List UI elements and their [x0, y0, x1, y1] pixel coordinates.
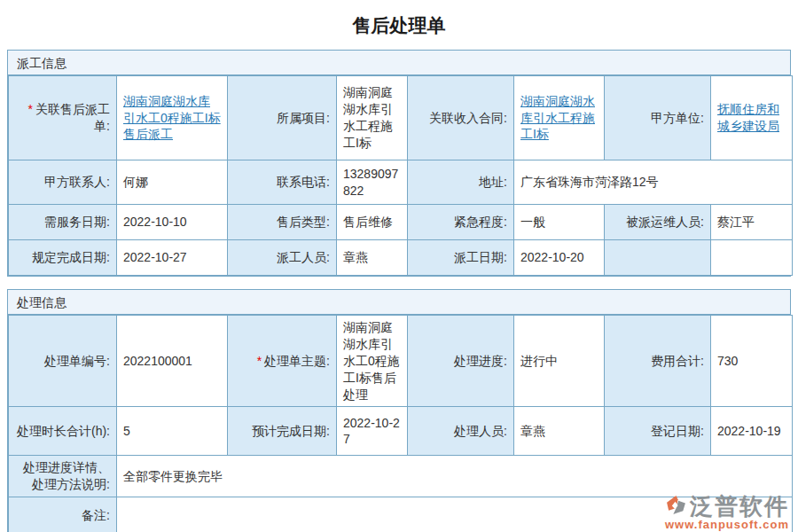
field-label: 需服务日期: [44, 215, 110, 229]
label-project: 所属项目: [228, 76, 337, 160]
table-row: *关联售后派工单: 湖南洞庭湖水库引水工0程施工I标售后派工 所属项目: 湖南洞… [9, 76, 793, 160]
dispatch-section-header: 派工信息 [8, 51, 790, 75]
field-label: 售后类型: [277, 215, 330, 229]
value-party-a-unit: 抚顺住房和城乡建设局 [711, 76, 793, 160]
field-label: 处理进度: [454, 354, 507, 368]
income-contract-link[interactable]: 湖南洞庭湖水库引水工程施工I标 [520, 94, 595, 142]
field-value: 5 [123, 424, 130, 438]
label-empty [605, 240, 711, 276]
label-register-date: 登记日期: [605, 407, 711, 456]
field-label: 所属项目: [277, 111, 330, 125]
value-address: 广东省珠海市菏泽路12号 [514, 160, 793, 205]
field-value: 进行中 [520, 354, 558, 368]
fanpu-watermark: 泛普软件 www.fanpusoft.com [665, 495, 789, 531]
label-party-a-unit: 甲方单位: [605, 76, 711, 160]
table-row: 处理时长合计(h): 5 预计完成日期: 2022-10-27 处理人员: 章燕… [9, 407, 793, 456]
dispatch-table: *关联售后派工单: 湖南洞庭湖水库引水工0程施工I标售后派工 所属项目: 湖南洞… [8, 75, 793, 276]
field-label: 登记日期: [651, 424, 704, 438]
label-total-cost: 费用合计: [605, 316, 711, 407]
field-value: 2022-10-27 [123, 250, 187, 264]
fanpu-brand-text: 泛普软件 [690, 495, 789, 518]
value-handler: 章燕 [514, 407, 605, 456]
label-remark: 备注: [9, 497, 117, 532]
value-income-contract: 湖南洞庭湖水库引水工程施工I标 [514, 76, 605, 160]
field-label: 紧急程度: [454, 215, 507, 229]
value-phone: 13289097822 [337, 160, 408, 205]
label-dispatched-staff: 被派运维人员: [605, 205, 711, 240]
label-progress-detail: 处理进度详情、处理方法说明: [9, 456, 117, 497]
table-row: 处理单编号: 2022100001 *处理单主题: 湖南洞庭湖水库引水工0程施工… [9, 316, 793, 407]
label-dispatcher: 派工人员: [228, 240, 337, 276]
value-order-no: 2022100001 [117, 316, 228, 407]
field-value: 13289097822 [343, 167, 398, 198]
label-income-contract: 关联收入合同: [408, 76, 514, 160]
related-dispatch-link[interactable]: 湖南洞庭湖水库引水工0程施工I标售后派工 [123, 94, 221, 142]
value-expected-finish-date: 2022-10-27 [337, 407, 408, 456]
label-address: 地址: [408, 160, 514, 205]
table-row: 甲方联系人: 何娜 联系电话: 13289097822 地址: 广东省珠海市菏泽… [9, 160, 793, 205]
label-total-hours: 处理时长合计(h): [9, 407, 117, 456]
field-value: 2022-10-10 [123, 215, 187, 229]
label-dispatch-date: 派工日期: [408, 240, 514, 276]
field-value: 全部零件更换完毕 [123, 469, 223, 483]
value-subject: 湖南洞庭湖水库引水工0程施工I标售后处理 [337, 316, 408, 407]
field-value: 2022-10-27 [343, 416, 400, 447]
table-row: 处理进度详情、处理方法说明: 全部零件更换完毕 [9, 456, 793, 497]
party-a-unit-link[interactable]: 抚顺住房和城乡建设局 [717, 102, 779, 133]
fanpu-brand-row: 泛普软件 [665, 495, 789, 518]
field-value: 湖南洞庭湖水库引水工0程施工I标售后处理 [343, 320, 400, 402]
process-section-header: 处理信息 [8, 290, 790, 315]
field-value: 蔡江平 [717, 215, 755, 229]
field-label: 关联收入合同: [429, 111, 507, 125]
label-related-aftersale-dispatch: *关联售后派工单: [9, 76, 117, 160]
value-progress: 进行中 [514, 316, 605, 407]
label-progress: 处理进度: [408, 316, 514, 407]
field-label: 备注: [82, 508, 110, 522]
field-value: 章燕 [343, 250, 368, 264]
fanpu-url-text: www.fanpusoft.com [665, 519, 789, 531]
field-label: 规定完成日期: [32, 250, 110, 264]
value-empty [711, 240, 793, 276]
label-service-date: 需服务日期: [9, 205, 117, 240]
field-value: 售后维修 [343, 215, 393, 229]
field-label: 处理人员: [454, 424, 507, 438]
value-required-finish-date: 2022-10-27 [117, 240, 228, 276]
value-dispatcher: 章燕 [337, 240, 408, 276]
field-label: 处理单主题: [264, 354, 330, 368]
field-label: 派工日期: [454, 250, 507, 264]
field-value: 2022100001 [123, 354, 192, 368]
fanpu-logo-icon [665, 495, 687, 517]
field-label: 处理单编号: [44, 354, 110, 368]
value-related-aftersale-dispatch: 湖南洞庭湖水库引水工0程施工I标售后派工 [117, 76, 228, 160]
field-label: 预计完成日期: [252, 424, 330, 438]
label-party-a-contact: 甲方联系人: [9, 160, 117, 205]
field-label: 处理进度详情、处理方法说明: [23, 460, 110, 491]
dispatch-info-panel: 派工信息 *关联售后派工单: 湖南洞庭湖水库引水工0程施工I标售后派工 所属项目… [7, 50, 791, 277]
label-urgency: 紧急程度: [408, 205, 514, 240]
field-value: 730 [717, 354, 738, 368]
value-urgency: 一般 [514, 205, 605, 240]
field-value: 2022-10-20 [520, 250, 584, 264]
value-progress-detail: 全部零件更换完毕 [117, 456, 793, 497]
field-label: 派工人员: [277, 250, 330, 264]
field-value: 章燕 [520, 424, 545, 438]
label-subject: *处理单主题: [228, 316, 337, 407]
page-title: 售后处理单 [0, 13, 798, 38]
required-asterisk: * [28, 102, 33, 116]
field-label: 处理时长合计(h): [17, 424, 110, 438]
field-label: 甲方单位: [651, 111, 704, 125]
value-dispatched-staff: 蔡江平 [711, 205, 793, 240]
field-label: 被派运维人员: [626, 215, 704, 229]
value-total-cost: 730 [711, 316, 793, 407]
field-label: 甲方联系人: [44, 175, 110, 189]
value-party-a-contact: 何娜 [117, 160, 228, 205]
field-label: 费用合计: [651, 354, 704, 368]
required-asterisk: * [257, 354, 262, 368]
value-total-hours: 5 [117, 407, 228, 456]
label-order-no: 处理单编号: [9, 316, 117, 407]
field-label: 关联售后派工单: [35, 102, 110, 133]
field-value: 何娜 [123, 175, 148, 189]
table-row: 规定完成日期: 2022-10-27 派工人员: 章燕 派工日期: 2022-1… [9, 240, 793, 276]
field-label: 地址: [479, 175, 507, 189]
value-register-date: 2022-10-19 [711, 407, 793, 456]
